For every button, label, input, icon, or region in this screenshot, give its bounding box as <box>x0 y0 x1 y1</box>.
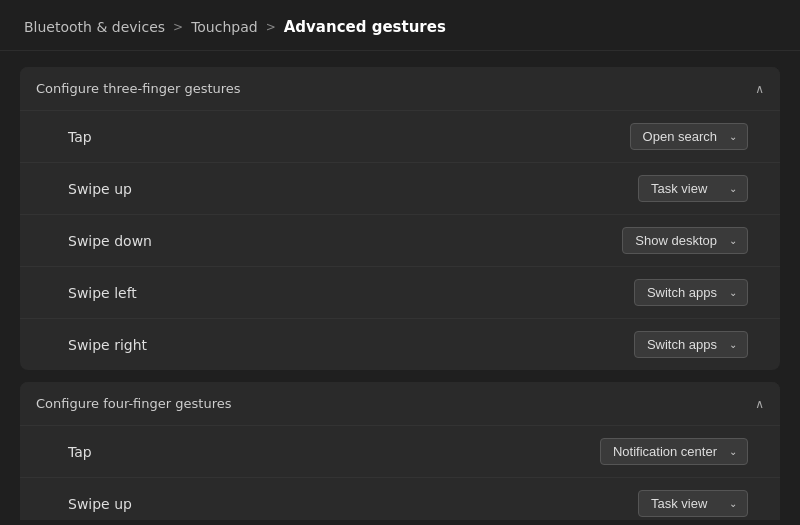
gesture-dropdown-value-three-finger-0: Open search <box>643 129 717 144</box>
section-title-four-finger: Configure four-finger gestures <box>36 396 231 411</box>
gesture-label-four-finger-0: Tap <box>68 444 92 460</box>
breadcrumb-sep1: > <box>173 20 183 34</box>
section-four-finger: Configure four-finger gestures∧TapNotifi… <box>20 382 780 520</box>
gesture-dropdown-three-finger-2[interactable]: Show desktop⌄ <box>622 227 748 254</box>
dropdown-chevron-icon-three-finger-1: ⌄ <box>729 183 737 194</box>
gesture-row-three-finger-3: Swipe leftSwitch apps⌄ <box>20 267 780 319</box>
section-title-three-finger: Configure three-finger gestures <box>36 81 241 96</box>
breadcrumb-part2[interactable]: Touchpad <box>191 19 258 35</box>
gesture-label-three-finger-3: Swipe left <box>68 285 137 301</box>
breadcrumb-sep2: > <box>266 20 276 34</box>
breadcrumb-current: Advanced gestures <box>284 18 446 36</box>
gesture-label-three-finger-4: Swipe right <box>68 337 147 353</box>
gesture-dropdown-three-finger-3[interactable]: Switch apps⌄ <box>634 279 748 306</box>
section-header-four-finger[interactable]: Configure four-finger gestures∧ <box>20 382 780 426</box>
section-three-finger: Configure three-finger gestures∧TapOpen … <box>20 67 780 370</box>
dropdown-chevron-icon-three-finger-4: ⌄ <box>729 339 737 350</box>
gesture-dropdown-three-finger-0[interactable]: Open search⌄ <box>630 123 748 150</box>
gesture-label-three-finger-0: Tap <box>68 129 92 145</box>
dropdown-chevron-icon-three-finger-3: ⌄ <box>729 287 737 298</box>
dropdown-chevron-icon-three-finger-2: ⌄ <box>729 235 737 246</box>
dropdown-chevron-icon-four-finger-0: ⌄ <box>729 446 737 457</box>
gesture-dropdown-value-three-finger-2: Show desktop <box>635 233 717 248</box>
gesture-label-four-finger-1: Swipe up <box>68 496 132 512</box>
dropdown-chevron-icon-four-finger-1: ⌄ <box>729 498 737 509</box>
header: Bluetooth & devices > Touchpad > Advance… <box>0 0 800 51</box>
section-chevron-up-icon-three-finger: ∧ <box>755 82 764 96</box>
section-header-three-finger[interactable]: Configure three-finger gestures∧ <box>20 67 780 111</box>
gesture-row-four-finger-1: Swipe upTask view⌄ <box>20 478 780 520</box>
content: Configure three-finger gestures∧TapOpen … <box>0 51 800 520</box>
breadcrumb: Bluetooth & devices > Touchpad > Advance… <box>24 18 776 36</box>
gesture-label-three-finger-2: Swipe down <box>68 233 152 249</box>
gesture-row-three-finger-4: Swipe rightSwitch apps⌄ <box>20 319 780 370</box>
gesture-dropdown-value-three-finger-3: Switch apps <box>647 285 717 300</box>
breadcrumb-part1[interactable]: Bluetooth & devices <box>24 19 165 35</box>
gesture-row-three-finger-1: Swipe upTask view⌄ <box>20 163 780 215</box>
gesture-dropdown-four-finger-0[interactable]: Notification center⌄ <box>600 438 748 465</box>
gesture-label-three-finger-1: Swipe up <box>68 181 132 197</box>
gesture-row-three-finger-0: TapOpen search⌄ <box>20 111 780 163</box>
gesture-dropdown-four-finger-1[interactable]: Task view⌄ <box>638 490 748 517</box>
gesture-dropdown-three-finger-4[interactable]: Switch apps⌄ <box>634 331 748 358</box>
gesture-dropdown-value-three-finger-4: Switch apps <box>647 337 717 352</box>
gesture-dropdown-three-finger-1[interactable]: Task view⌄ <box>638 175 748 202</box>
gesture-row-four-finger-0: TapNotification center⌄ <box>20 426 780 478</box>
gesture-row-three-finger-2: Swipe downShow desktop⌄ <box>20 215 780 267</box>
section-chevron-up-icon-four-finger: ∧ <box>755 397 764 411</box>
gesture-dropdown-value-four-finger-1: Task view <box>651 496 707 511</box>
gesture-dropdown-value-three-finger-1: Task view <box>651 181 707 196</box>
gesture-dropdown-value-four-finger-0: Notification center <box>613 444 717 459</box>
dropdown-chevron-icon-three-finger-0: ⌄ <box>729 131 737 142</box>
